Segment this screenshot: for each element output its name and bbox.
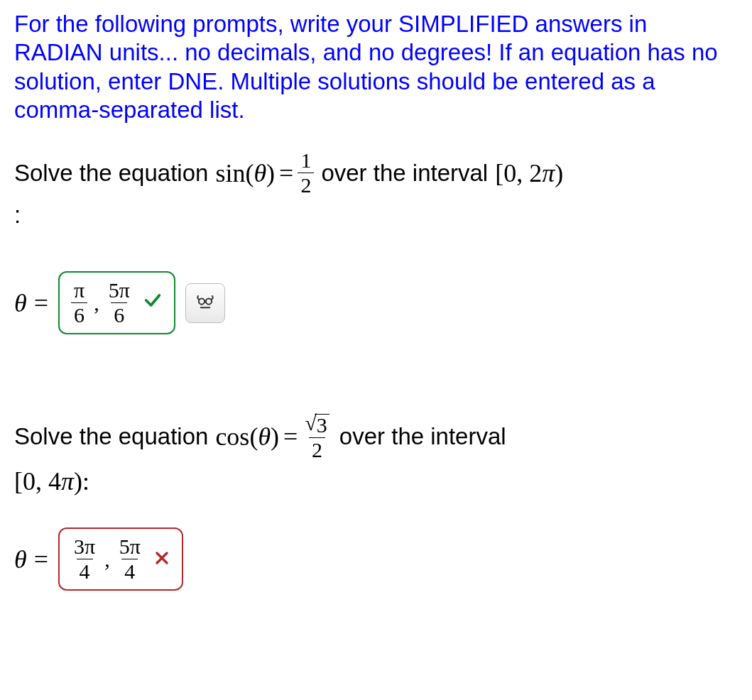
q2-frac1-den: 4 [77,559,93,582]
q2-radicand: 3 [315,414,329,436]
q1-answer-content: π 6 , 5π 6 [71,280,133,326]
q2-mid: over the interval [339,423,506,450]
q2-rhs-den: 2 [309,437,325,461]
check-icon [143,290,163,315]
q2-frac-2: 5π 4 [116,536,143,582]
q1-colon: : [14,202,738,229]
q2-lhs: cos(θ) [215,422,279,452]
q2-theta: θ [14,545,27,574]
q1-rhs-num: 1 [298,150,314,173]
q1-interval: [0, 2π) [495,158,563,188]
q1-equation: sin(θ) = 1 2 [215,150,314,196]
comma: , [92,291,102,315]
q2-rhs-fraction: √ 3 2 [302,412,332,461]
q1-frac2-den: 6 [111,302,127,326]
q2-interval-line: [0, 4π): [14,466,738,496]
q1-answer-row: θ = π 6 , 5π 6 [14,271,738,334]
q1-frac1-den: 6 [71,302,87,326]
q2-answer-content: 3π 4 , 5π 4 [71,536,143,582]
q2-theta-eq-sign: = [34,545,48,574]
q1-rhs-den: 2 [298,173,314,196]
q1-theta-equals: θ = [14,288,48,318]
q1-prompt: Solve the equation sin(θ) = 1 2 over the… [14,150,738,196]
q2-frac2-den: 4 [121,559,138,582]
q1-frac-1: π 6 [71,280,87,326]
q1-mid: over the interval [321,160,488,187]
q1-theta: θ [14,288,27,318]
q1-answer-input[interactable]: π 6 , 5π 6 [58,271,175,334]
preview-icon [195,292,216,314]
q2-eq-sign: = [283,422,298,452]
q2-frac2-num: 5π [116,536,143,559]
q2-prefix: Solve the equation [14,423,208,450]
q2-answer-row: θ = 3π 4 , 5π 4 [14,527,738,591]
q1-frac2-num: 5π [106,280,133,302]
q2-theta-equals: θ = [14,545,48,574]
comma: , [102,547,112,572]
sqrt: √ 3 [305,414,329,436]
q2-rhs-num: √ 3 [302,412,332,437]
q1-frac1-num: π [71,280,87,302]
q2-frac1-num: 3π [71,536,98,559]
q1-theta-eq-sign: = [34,288,48,318]
q1-eq-sign: = [279,158,293,188]
q1-frac-2: 5π 6 [106,280,133,326]
q2-answer-input[interactable]: 3π 4 , 5π 4 [58,527,183,591]
q2-prompt: Solve the equation cos(θ) = √ 3 2 over t… [14,412,738,461]
cross-icon [153,547,170,572]
q2-frac-1: 3π 4 [71,536,98,582]
instructions-text: For the following prompts, write your SI… [14,10,738,124]
q1-lhs: sin(θ) [215,158,275,188]
q2-equation: cos(θ) = √ 3 2 [215,412,332,461]
q1-rhs-fraction: 1 2 [298,150,314,196]
q1-preview-button[interactable] [185,283,225,323]
q2-interval: [0, 4π): [14,466,89,496]
q1-prefix: Solve the equation [14,160,208,187]
